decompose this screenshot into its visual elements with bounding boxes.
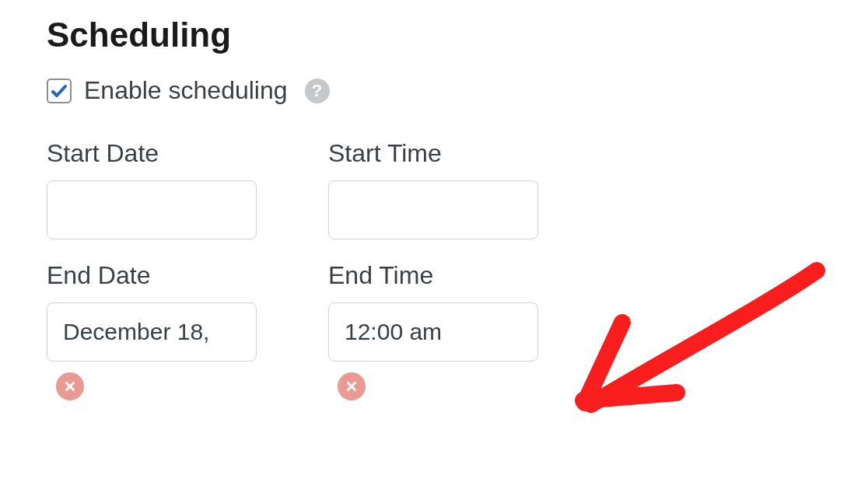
section-title: Scheduling [47,16,821,54]
close-icon [345,379,359,393]
start-time-input[interactable] [328,180,538,239]
close-icon [63,379,77,393]
start-date-label: Start Date [47,139,257,168]
start-time-label: Start Time [328,139,538,168]
check-icon [50,82,68,100]
end-date-input[interactable] [47,302,257,362]
end-date-label: End Date [47,261,257,290]
enable-scheduling-label: Enable scheduling [84,76,288,105]
end-time-clear-button[interactable] [338,372,366,400]
help-icon[interactable]: ? [305,79,330,103]
end-time-label: End Time [328,261,538,290]
end-time-field: End Time [328,261,538,400]
end-date-clear-button[interactable] [56,372,84,400]
end-time-input[interactable] [328,302,538,362]
start-time-field: Start Time [328,139,538,239]
enable-scheduling-row: Enable scheduling ? [47,76,821,105]
start-date-input[interactable] [47,180,257,239]
enable-scheduling-checkbox[interactable] [47,79,72,103]
start-date-field: Start Date [47,139,257,239]
end-date-field: End Date [47,261,257,400]
